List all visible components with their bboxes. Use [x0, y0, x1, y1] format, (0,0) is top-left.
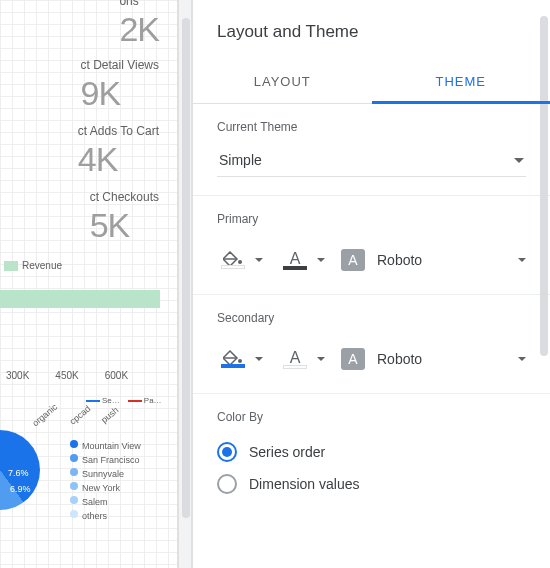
secondary-text-color-caret[interactable]: [317, 357, 325, 361]
color-swatch-underline: [283, 266, 307, 270]
legend-item: Mountain View: [70, 440, 141, 451]
secondary-font-dropdown[interactable]: Roboto: [377, 351, 512, 367]
section-current-theme: Current Theme Simple: [193, 104, 550, 196]
metric-value: 2K: [119, 10, 159, 49]
legend-item: San Francisco: [70, 454, 141, 465]
scorecard-metric: ct Detail Views 9K: [81, 58, 159, 113]
scorecard-metric: ct Checkouts 5K: [90, 190, 159, 245]
legend-item: Se…: [86, 396, 120, 405]
pie-slice-label: 7.6%: [8, 468, 29, 478]
legend-item: others: [70, 510, 141, 521]
pie-chart-legend: Mountain View San Francisco Sunnyvale Ne…: [70, 440, 141, 524]
report-canvas-preview: ons 2K ct Detail Views 9K ct Adds To Car…: [0, 0, 178, 568]
axis-label: organic: [30, 402, 59, 429]
metric-value: 5K: [90, 206, 159, 245]
primary-fill-color-button[interactable]: [217, 244, 249, 276]
color-swatch-underline: [221, 265, 245, 269]
font-icon: A: [341, 249, 365, 271]
section-label: Secondary: [217, 311, 526, 325]
section-label: Current Theme: [217, 120, 526, 134]
axis-tick: 450K: [55, 370, 78, 381]
legend-item: Salem: [70, 496, 141, 507]
metric-label: ct Detail Views: [81, 58, 159, 72]
legend-item: New York: [70, 482, 141, 493]
radio-series-order[interactable]: Series order: [217, 436, 526, 468]
section-color-by: Color By Series order Dimension values: [193, 394, 550, 518]
primary-text-color-caret[interactable]: [317, 258, 325, 262]
color-swatch-underline: [283, 365, 307, 369]
tab-layout[interactable]: LAYOUT: [193, 60, 372, 103]
radio-indicator: [217, 442, 237, 462]
canvas-scrollbar-track[interactable]: [178, 0, 192, 568]
canvas-scrollbar-thumb[interactable]: [182, 18, 190, 518]
legend-revenue: Revenue: [4, 260, 62, 271]
legend-item: Sunnyvale: [70, 468, 141, 479]
svg-point-1: [238, 359, 242, 363]
category-axis-labels: organic cpcad push: [30, 410, 119, 420]
section-primary-style: Primary A: [193, 196, 550, 295]
theme-dropdown[interactable]: Simple: [217, 146, 526, 177]
radio-label: Dimension values: [249, 476, 360, 492]
secondary-fill-color-caret[interactable]: [255, 357, 263, 361]
axis-tick: 300K: [6, 370, 29, 381]
properties-panel: Layout and Theme LAYOUT THEME Current Th…: [192, 0, 550, 568]
panel-title: Layout and Theme: [193, 0, 550, 60]
secondary-text-color-button[interactable]: A: [279, 343, 311, 375]
panel-tabs: LAYOUT THEME: [193, 60, 550, 104]
axis-label: cpcad: [67, 403, 92, 426]
tab-theme[interactable]: THEME: [372, 60, 551, 103]
primary-font-dropdown[interactable]: Roboto: [377, 252, 512, 268]
legend-item: Pa…: [128, 396, 162, 405]
secondary-font-caret[interactable]: [518, 357, 526, 361]
metric-label: ct Checkouts: [90, 190, 159, 204]
metric-value: 9K: [81, 74, 159, 113]
primary-text-color-button[interactable]: A: [279, 244, 311, 276]
axis-label: push: [99, 405, 120, 425]
primary-fill-color-caret[interactable]: [255, 258, 263, 262]
primary-font-caret[interactable]: [518, 258, 526, 262]
secondary-fill-color-button[interactable]: [217, 343, 249, 375]
chevron-down-icon: [514, 158, 524, 163]
section-secondary-style: Secondary A: [193, 295, 550, 394]
theme-dropdown-value: Simple: [219, 152, 262, 168]
pie-chart: 7.6% 6.9%: [0, 430, 40, 510]
radio-label: Series order: [249, 444, 325, 460]
scorecard-metric: ct Adds To Cart 4K: [78, 124, 159, 179]
axis-tick: 600K: [105, 370, 128, 381]
svg-point-0: [238, 260, 242, 264]
scorecard-metric: ons 2K: [119, 0, 159, 49]
axis-ticks: 300K 450K 600K: [6, 370, 128, 381]
bar-chart-bar: [0, 290, 160, 308]
radio-indicator: [217, 474, 237, 494]
color-swatch-underline: [221, 364, 245, 368]
legend-label: Revenue: [22, 260, 62, 271]
font-icon: A: [341, 348, 365, 370]
metric-value: 4K: [78, 140, 159, 179]
legend-swatch: [4, 261, 18, 271]
metric-label: ons: [119, 0, 159, 8]
metric-label: ct Adds To Cart: [78, 124, 159, 138]
section-label: Primary: [217, 212, 526, 226]
pie-slice-label: 6.9%: [10, 484, 31, 494]
radio-dimension-values[interactable]: Dimension values: [217, 468, 526, 500]
line-chart-legend: Se… Pa…: [86, 396, 162, 405]
section-label: Color By: [217, 410, 526, 424]
